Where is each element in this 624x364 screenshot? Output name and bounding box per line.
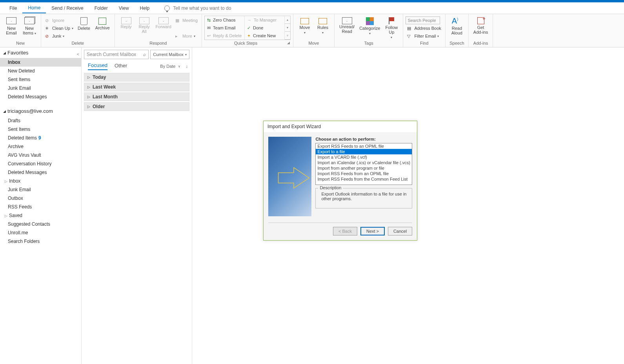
group-new: New Email New Items ▾ New (0, 14, 41, 47)
date-group-older[interactable]: ▷Older (84, 102, 189, 111)
search-mailbox-input[interactable]: Search Current Mailbox⌕ (84, 50, 149, 59)
qs-team-email[interactable]: ✉Team Email (205, 24, 244, 32)
folder-saved[interactable]: ▷Saved (0, 211, 81, 220)
tab-send-receive[interactable]: Send / Receive (46, 4, 89, 13)
folder-unroll.me[interactable]: Unroll.me (0, 228, 81, 237)
tab-folder[interactable]: Folder (89, 4, 113, 13)
qs-reply-delete[interactable]: ↩Reply & Delete (205, 32, 244, 40)
read-aloud-button[interactable]: A)Read Aloud (448, 16, 466, 36)
mail-stack-icon (24, 17, 35, 24)
sort-direction-button[interactable]: ↓ (186, 64, 188, 69)
more-respond-button[interactable]: ▸More▾ (174, 32, 199, 40)
action-option[interactable]: Export RSS Feeds to an OPML file (316, 143, 412, 149)
folder-deleted-messages[interactable]: Deleted Messages (0, 168, 81, 177)
folder-drafts[interactable]: Drafts (0, 116, 81, 125)
follow-up-button[interactable]: Follow Up▾ (382, 16, 400, 41)
fav-item-new-deleted[interactable]: New Deleted (0, 67, 81, 75)
calendar-icon: ▦ (175, 18, 181, 23)
fav-item-sent-items[interactable]: Sent Items (0, 75, 81, 84)
more-icon: ▸ (175, 34, 181, 38)
read-aloud-icon: A) (452, 16, 462, 25)
filter-icon: ▽ (407, 34, 413, 38)
date-group-today[interactable]: ▷Today (84, 73, 189, 81)
folder-outbox[interactable]: Outbox (0, 194, 81, 203)
search-scope-dropdown[interactable]: Current Mailbox▾ (150, 50, 189, 59)
fav-item-junk-email[interactable]: Junk Email (0, 84, 81, 92)
date-group-last-month[interactable]: ▷Last Month (84, 92, 189, 101)
arrow-right-icon: → (247, 18, 251, 22)
qs-scroll[interactable]: ▴▾▿ (285, 16, 290, 40)
archive-button[interactable]: Archive (93, 16, 112, 31)
action-option[interactable]: Export to a file (316, 149, 412, 154)
fav-item-inbox[interactable]: Inbox (0, 58, 81, 67)
delete-button[interactable]: Delete (75, 16, 93, 31)
action-option[interactable]: Import from another program or file (316, 165, 412, 171)
folder-search-folders[interactable]: Search Folders (0, 237, 81, 246)
junk-button[interactable]: ⊘Junk▾ (44, 32, 75, 40)
folder-sent-items[interactable]: Sent Items (0, 125, 81, 134)
reply-icon (121, 17, 131, 24)
qs-zero-chaos[interactable]: ⇆Zero Chaos (205, 16, 244, 24)
action-option[interactable]: Import RSS Feeds from an OPML file (316, 171, 412, 176)
ignore-button[interactable]: ⊘Ignore (44, 16, 75, 24)
tell-me-label: Tell me what you want to do (173, 5, 231, 11)
group-delete: ⊘Ignore ✳Clean Up▾ ⊘Junk▾ Delete Archive… (41, 14, 115, 47)
qs-done[interactable]: ✓Done (245, 24, 284, 32)
search-people-input[interactable]: Search People (406, 16, 440, 24)
new-email-button[interactable]: New Email (2, 16, 20, 36)
folder-rss-feeds[interactable]: RSS Feeds (0, 203, 81, 211)
other-tab[interactable]: Other (115, 63, 127, 70)
favorites-header[interactable]: ◢Favorites (0, 47, 81, 58)
reply-all-button[interactable]: Reply All (135, 16, 153, 34)
move-button[interactable]: Move▾ (296, 16, 314, 36)
folder-avg-virus-vault[interactable]: AVG Virus Vault (0, 151, 81, 159)
next-button[interactable]: Next > (360, 227, 385, 235)
quick-steps-gallery[interactable]: ⇆Zero Chaos ✉Team Email ↩Reply & Delete … (204, 16, 291, 40)
qs-dialog-launcher[interactable]: ◢ (287, 41, 291, 45)
folder-conversation-history[interactable]: Conversation History (0, 159, 81, 168)
rules-icon (318, 18, 327, 24)
new-items-button[interactable]: New Items ▾ (20, 16, 38, 37)
group-tags: Unread/ Read Categorize▾ Follow Up▾ Tags (335, 14, 403, 47)
date-group-last-week[interactable]: ▷Last Week (84, 83, 189, 91)
action-option[interactable]: Import a VCARD file (.vcf) (316, 154, 412, 160)
folder-archive[interactable]: Archive (0, 142, 81, 151)
tab-file[interactable]: File (4, 4, 22, 13)
tab-help[interactable]: Help (135, 4, 155, 13)
back-button: < Back (333, 227, 357, 235)
address-book-button[interactable]: ▤Address Book (406, 24, 442, 32)
action-listbox[interactable]: Export RSS Feeds to an OPML fileExport t… (315, 143, 412, 185)
folder-suggested-contacts[interactable]: Suggested Contacts (0, 220, 81, 228)
forward-button[interactable]: Forward (153, 16, 174, 30)
categorize-button[interactable]: Categorize▾ (357, 16, 382, 37)
folder-move-icon: ⇆ (207, 18, 211, 23)
focused-tab[interactable]: Focused (88, 62, 107, 70)
cancel-button[interactable]: Cancel (388, 227, 412, 235)
unread-read-button[interactable]: Unread/ Read (337, 16, 357, 34)
sort-by-dropdown[interactable]: By Date∨↓ (160, 64, 188, 69)
cleanup-button[interactable]: ✳Clean Up▾ (44, 24, 75, 32)
archive-icon (98, 18, 106, 25)
ribbon: New Email New Items ▾ New ⊘Ignore ✳Clean… (0, 14, 624, 47)
qs-create-new[interactable]: ✦Create New (245, 32, 284, 40)
tab-view[interactable]: View (113, 4, 135, 13)
account-header[interactable]: ◢triciagoss@live.com (0, 106, 81, 116)
meeting-button[interactable]: ▦Meeting (174, 16, 199, 24)
folder-deleted-items[interactable]: Deleted Items9 (0, 134, 81, 142)
folder-inbox[interactable]: ▷Inbox (0, 177, 81, 185)
fav-item-deleted-messages[interactable]: Deleted Messages (0, 92, 81, 101)
action-option[interactable]: Import an iCalendar (.ics) or vCalendar … (316, 160, 412, 165)
message-list-pane: Search Current Mailbox⌕ Current Mailbox▾… (82, 47, 192, 364)
get-addins-button[interactable]: +Get Add-ins (471, 16, 490, 35)
sparkle-icon: ✦ (247, 33, 251, 38)
tell-me-search[interactable]: Tell me what you want to do (155, 5, 231, 11)
filter-email-button[interactable]: ▽Filter Email▾ (406, 32, 442, 40)
action-option[interactable]: Import RSS Feeds from the Common Feed Li… (316, 176, 412, 182)
tab-home[interactable]: Home (22, 3, 46, 13)
trash-icon (80, 17, 87, 25)
qs-to-manager[interactable]: →To Manager (245, 16, 284, 24)
rules-button[interactable]: Rules▾ (314, 16, 332, 36)
collapse-nav-button[interactable]: < (77, 52, 79, 56)
folder-junk-email[interactable]: Junk Email (0, 185, 81, 194)
reply-button[interactable]: Reply (117, 16, 135, 30)
